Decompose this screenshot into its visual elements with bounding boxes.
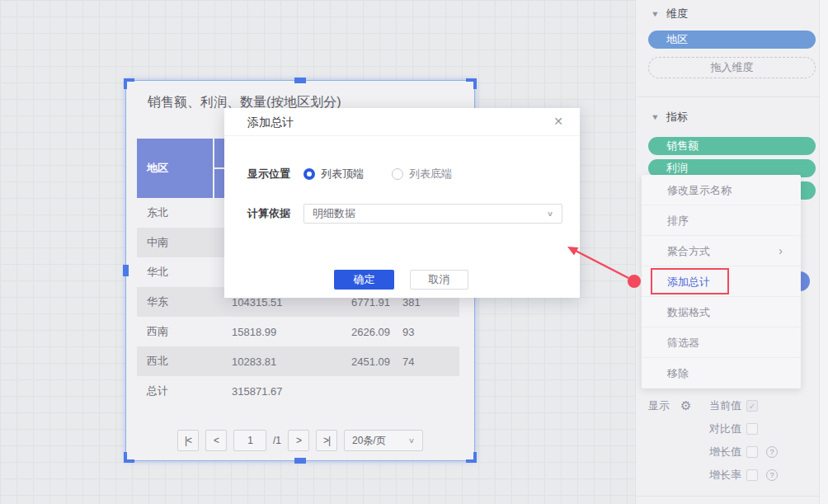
chevron-down-icon: ∨ (547, 210, 553, 218)
divider (636, 97, 820, 97)
resize-handle-bottom[interactable] (294, 458, 306, 464)
radio-label: 列表底端 (409, 167, 452, 181)
cell-value: 93 (402, 326, 459, 338)
prev-page-button[interactable]: < (205, 430, 227, 451)
collapse-triangle-icon: ▼ (651, 10, 660, 18)
cell-region: 西南 (137, 324, 232, 339)
menu-item-rename[interactable]: 修改显示名称 (642, 175, 801, 205)
display-option-row: 增长值 ? (636, 444, 828, 460)
submenu-arrow-icon: › (779, 236, 783, 266)
current-page-input[interactable]: 1 (233, 430, 266, 451)
cell-value: 2451.09 (351, 356, 402, 368)
config-sidebar: ▼ 维度 地区 拖入维度 ▼ 指标 销售额 利润 修改显示名称 排序 聚合方式 … (635, 0, 828, 504)
resize-handle-top[interactable] (294, 78, 306, 83)
cell-region: 华北 (137, 265, 232, 280)
field-label: 计算依据 (247, 206, 303, 221)
radio-label: 列表顶端 (321, 167, 364, 181)
help-icon: ? (766, 469, 778, 481)
display-option-row: 增长率 ? (636, 467, 828, 483)
radio-option-list-top[interactable]: 列表顶端 (303, 167, 364, 181)
ok-button[interactable]: 确定 (334, 270, 394, 290)
cell-region: 华东 (137, 294, 232, 309)
section-title: 指标 (666, 110, 688, 125)
menu-item-remove[interactable]: 移除 (642, 358, 801, 389)
select-value: 明细数据 (313, 206, 355, 221)
next-page-button[interactable]: > (288, 430, 309, 451)
dimension-pill-region[interactable]: 地区 (648, 31, 816, 49)
dialog-footer: 确定 取消 (224, 270, 580, 290)
section-header-measures[interactable]: ▼ 指标 (652, 110, 688, 125)
checkbox-compare-value[interactable] (746, 423, 758, 435)
checkbox-growth-rate[interactable] (746, 469, 758, 481)
radio-option-list-bottom[interactable]: 列表底端 (392, 167, 452, 181)
radio-unselected-icon[interactable] (392, 168, 403, 180)
resize-handle-left[interactable] (123, 265, 129, 276)
first-page-button[interactable]: |< (177, 430, 199, 451)
cell-region: 总计 (137, 384, 232, 398)
option-label: 增长值 (700, 445, 741, 459)
resize-corner-top-right[interactable] (466, 78, 477, 89)
display-position-field: 显示位置 列表顶端 列表底端 (247, 167, 480, 181)
cell-value: 74 (402, 356, 459, 368)
bi-editor-stage: 销售额、利润、数量(按地区划分) 地区 东北 中南 (0, 0, 828, 504)
menu-item-aggregation[interactable]: 聚合方式 › (642, 236, 801, 266)
divider (636, 496, 820, 497)
chevron-down-icon: ∨ (408, 436, 415, 445)
close-icon[interactable]: ✕ (553, 115, 563, 128)
menu-item-label: 聚合方式 (667, 245, 710, 257)
resize-corner-top-left[interactable] (124, 78, 134, 89)
annotation-highlight-box (651, 268, 729, 294)
cell-value: 15818.99 (232, 326, 351, 338)
cell-value: 10283.81 (232, 356, 351, 368)
field-label: 显示位置 (247, 167, 303, 181)
total-pages-label: /1 (273, 430, 281, 451)
cell-region: 东北 (137, 205, 232, 220)
page-size-value: 20条/页 (352, 434, 386, 448)
menu-item-data-format[interactable]: 数据格式 (642, 297, 801, 327)
radio-selected-icon[interactable] (303, 168, 315, 180)
cell-region: 中南 (137, 235, 232, 250)
last-page-button[interactable]: >| (316, 430, 337, 451)
page-size-select[interactable]: 20条/页 ∨ (344, 430, 423, 451)
display-option-row: 当前值 ✓ (636, 398, 828, 414)
option-label: 增长率 (700, 468, 741, 483)
measure-pill-sales[interactable]: 销售额 (648, 137, 816, 155)
resize-corner-bottom-left[interactable] (124, 452, 134, 463)
section-title: 维度 (666, 7, 688, 21)
table-row-total: 总计 315871.67 (137, 376, 459, 406)
dialog-header: 添加总计 ✕ (224, 108, 580, 136)
cell-region: 西北 (137, 354, 232, 369)
dimension-drop-zone[interactable]: 拖入维度 (648, 57, 816, 78)
dialog-title: 添加总计 (247, 115, 294, 130)
checkbox-current-value[interactable]: ✓ (746, 400, 758, 412)
add-total-dialog: 添加总计 ✕ 显示位置 列表顶端 列表底端 计算依据 明细数据 ∨ 确定 取消 (224, 108, 580, 298)
table-row: 西北 10283.81 2451.09 74 (137, 346, 459, 376)
cell-value: 2626.09 (351, 326, 402, 338)
calc-basis-select[interactable]: 明细数据 ∨ (303, 204, 562, 224)
cell-value: 315871.67 (232, 385, 351, 398)
resize-corner-bottom-right[interactable] (466, 452, 477, 463)
section-header-dimensions[interactable]: ▼ 维度 (652, 7, 688, 21)
calc-basis-field: 计算依据 明细数据 ∨ (247, 204, 562, 224)
cancel-button[interactable]: 取消 (410, 270, 468, 290)
pagination-bar: |< < 1 /1 > >| 20条/页 ∨ (126, 430, 474, 451)
option-label: 对比值 (700, 422, 741, 436)
collapse-triangle-icon: ▼ (651, 113, 660, 121)
option-label: 当前值 (700, 398, 741, 413)
menu-item-sort[interactable]: 排序 (642, 205, 801, 236)
checkbox-growth-value[interactable] (746, 446, 758, 458)
table-header-region: 地区 (137, 139, 213, 198)
display-option-row: 对比值 (636, 421, 828, 437)
help-icon: ? (766, 446, 778, 458)
menu-item-filter[interactable]: 筛选器 (642, 327, 801, 358)
table-row: 西南 15818.99 2626.09 93 (137, 317, 459, 346)
